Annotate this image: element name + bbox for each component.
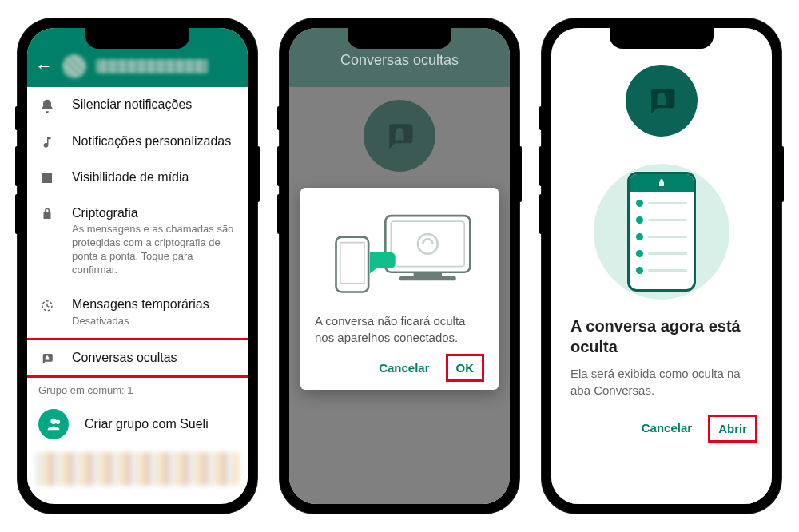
row-sub: Desativadas — [72, 315, 237, 328]
row-label: Visibilidade de mídia — [72, 169, 237, 186]
svg-rect-4 — [414, 272, 442, 276]
row-hidden-chats[interactable]: Conversas ocultas — [27, 338, 248, 379]
svg-rect-5 — [400, 276, 456, 280]
row-label: Criar grupo com Sueli — [85, 416, 237, 433]
linked-devices-illustration-icon — [315, 200, 484, 304]
cancel-button[interactable]: Cancelar — [369, 355, 439, 381]
row-label: Silenciar notificações — [72, 97, 237, 113]
group-icon — [38, 409, 69, 439]
common-group-label: Grupo em comum: 1 — [27, 378, 248, 399]
back-arrow-icon[interactable]: ← — [35, 56, 53, 77]
notch — [85, 28, 189, 49]
cancel-button[interactable]: Cancelar — [632, 415, 702, 443]
lock-chat-badge-icon — [626, 65, 698, 137]
panel-title: A conversa agora está oculta — [551, 316, 772, 357]
svg-point-3 — [418, 234, 438, 254]
music-note-icon — [38, 133, 56, 149]
contact-name-redacted — [96, 59, 208, 73]
row-encryption[interactable]: Criptografia As mensagens e as chamadas … — [27, 196, 248, 287]
confirmation-panel: A conversa agora está oculta Ela será ex… — [551, 28, 772, 504]
dialog-message: A conversa não ficará oculta nos aparelh… — [315, 312, 484, 346]
row-mute-notifications[interactable]: Silenciar notificações — [27, 87, 248, 124]
redacted-row — [35, 452, 240, 486]
timer-icon — [38, 296, 56, 312]
panel-subtitle: Ela será exibida como oculta na aba Conv… — [551, 365, 772, 399]
row-media-visibility[interactable]: Visibilidade de mídia — [27, 160, 248, 196]
row-label: Notificações personalizadas — [72, 133, 237, 150]
row-create-group[interactable]: Criar grupo com Sueli — [27, 399, 248, 449]
linked-devices-dialog: A conversa não ficará oculta nos aparelh… — [300, 188, 499, 390]
row-label: Conversas ocultas — [72, 350, 237, 367]
hidden-chat-illustration-icon — [594, 164, 729, 300]
phone-frame-1: ← Silenciar notificações Notificações pe… — [18, 18, 257, 514]
svg-rect-1 — [385, 216, 470, 272]
row-disappearing-messages[interactable]: Mensagens temporárias Desativadas — [27, 287, 248, 338]
image-icon — [38, 169, 56, 185]
bell-icon — [38, 97, 56, 114]
lock-chat-badge-icon — [364, 100, 435, 172]
row-label: Mensagens temporárias — [72, 296, 237, 313]
lock-icon — [38, 205, 56, 221]
row-sub: As mensagens e as chamadas são protegida… — [72, 223, 237, 277]
phone-frame-2: Conversas ocultas A conversa n — [280, 18, 519, 514]
notch — [348, 28, 451, 49]
row-custom-notifications[interactable]: Notificações personalizadas — [27, 124, 248, 160]
row-label: Criptografia — [72, 205, 237, 222]
contact-avatar[interactable] — [62, 54, 86, 78]
chat-lock-icon — [38, 350, 56, 366]
phone-frame-3: Conversas ocultas A conversa ago — [542, 18, 781, 514]
screen-settings: ← Silenciar notificações Notificações pe… — [27, 28, 248, 504]
svg-rect-2 — [391, 221, 464, 267]
notch — [610, 28, 714, 49]
open-button[interactable]: Abrir — [708, 415, 757, 443]
ok-button[interactable]: OK — [446, 354, 485, 382]
screen-hidden-confirmation: Conversas ocultas A conversa ago — [551, 28, 772, 504]
screen-dialog-linked: Conversas ocultas A conversa n — [289, 28, 510, 504]
